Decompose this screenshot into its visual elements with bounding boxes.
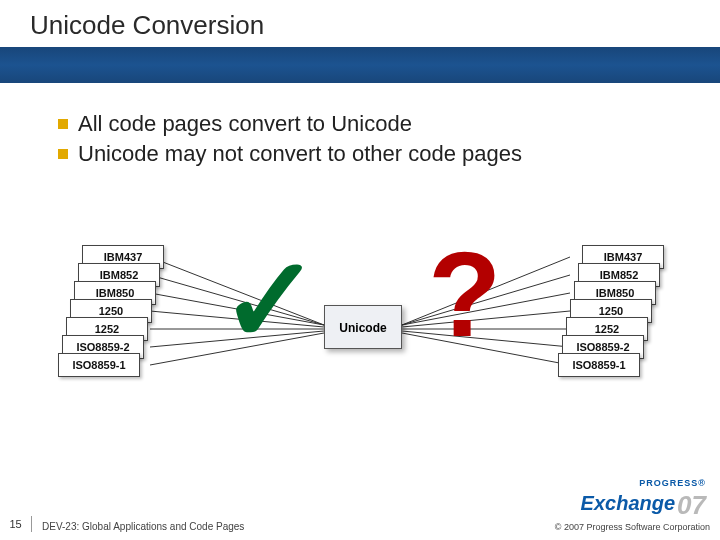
codepage-box: ISO8859-1 [558,353,640,377]
bullet-icon [58,119,68,129]
question-icon: ? [428,225,501,363]
slide-footer: 15 DEV-23: Global Applications and Code … [0,516,720,532]
brand-logo: PROGRESS® Exchange07 [581,479,706,514]
session-label: DEV-23: Global Applications and Code Pag… [42,521,555,532]
list-item: All code pages convert to Unicode [58,111,680,137]
slide-title: Unicode Conversion [30,10,720,41]
checkmark-icon: ✓ [220,231,321,370]
copyright: © 2007 Progress Software Corporation [555,522,720,532]
bullet-list: All code pages convert to Unicode Unicod… [58,111,680,167]
slide-number: 15 [0,516,32,532]
bullet-text: All code pages convert to Unicode [78,111,412,137]
brand-top: PROGRESS® [581,479,706,488]
bullet-text: Unicode may not convert to other code pa… [78,141,522,167]
codepage-box: ISO8859-1 [58,353,140,377]
conversion-diagram: ✓ ? IBM437IBM852IBM85012501252ISO8859-2I… [0,245,720,425]
unicode-box: Unicode [324,305,402,349]
list-item: Unicode may not convert to other code pa… [58,141,680,167]
header-bar [0,47,720,83]
brand-main: Exchange [581,492,675,514]
bullet-icon [58,149,68,159]
